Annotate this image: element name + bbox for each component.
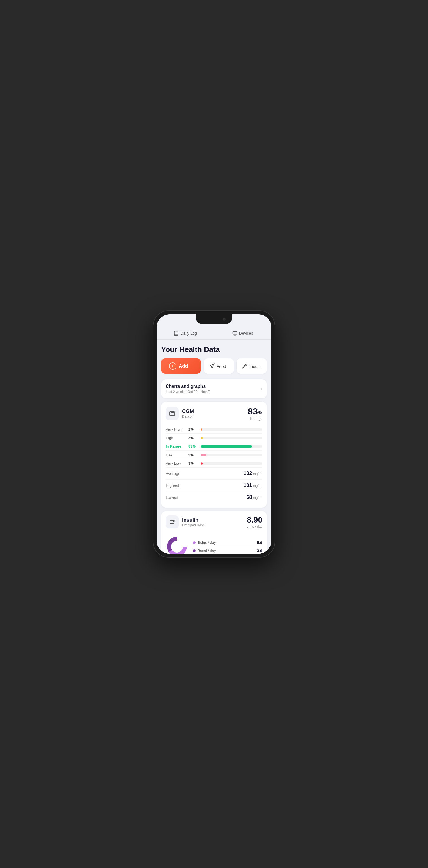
add-circle-icon: +: [169, 363, 176, 370]
add-button[interactable]: + Add: [161, 359, 201, 374]
svg-rect-0: [233, 331, 237, 334]
cgm-fill-verylow: [201, 462, 203, 465]
devices-icon: [232, 331, 237, 336]
cgm-stat-highest-value: 181: [244, 483, 252, 488]
cgm-stat-lowest-value-group: 68 mg/dL: [246, 494, 262, 500]
cgm-stat-highest-label: Highest: [166, 483, 179, 488]
cgm-stat-lowest: Lowest 68 mg/dL: [166, 491, 262, 503]
food-label: Food: [217, 364, 226, 369]
cgm-label-inrange: In Range: [166, 444, 186, 448]
cgm-stat-highest: Highest 181 mg/dL: [166, 479, 262, 491]
cgm-label-veryhigh: Very High: [166, 427, 186, 431]
cgm-value-group: 83% in range: [248, 406, 262, 421]
cgm-info: CGM Dexcom: [182, 408, 195, 418]
legend-basal: Basal / day 3.0: [193, 547, 262, 554]
insulin-chart-row: Bolus / day 5.9 Basal / day 3.0: [166, 533, 262, 554]
basal-dot: [193, 550, 196, 552]
bolus-dot: [193, 541, 196, 544]
donut-svg: [166, 535, 188, 554]
cgm-fill-low: [201, 454, 206, 456]
cgm-label-high: High: [166, 436, 186, 440]
cgm-stat-average-unit: mg/dL: [253, 472, 262, 476]
charts-title: Charts and graphs: [166, 384, 210, 389]
donut-legend: Bolus / day 5.9 Basal / day 3.0: [193, 539, 262, 554]
phone-screen: Daily Log Devices Your Health Data + Add: [157, 314, 271, 554]
legend-basal-left: Basal / day: [193, 549, 216, 553]
cgm-value: 83: [248, 406, 258, 416]
insulin-header-left: Insulin Omnipod Dash: [166, 516, 205, 528]
insulin-device-icon: [169, 519, 175, 525]
cgm-label-low: Low: [166, 453, 186, 457]
food-button[interactable]: Food: [204, 359, 234, 374]
nav-daily-log[interactable]: Daily Log: [157, 328, 214, 339]
cgm-header-left: CGM Dexcom: [166, 407, 195, 420]
nav-devices-label: Devices: [239, 331, 253, 336]
syringe-icon: [242, 363, 248, 369]
legend-bolus-left: Bolus / day: [193, 540, 216, 545]
cgm-source: Dexcom: [182, 414, 195, 418]
cgm-stat-average-value-group: 132 mg/dL: [244, 470, 262, 476]
basal-value: 3.0: [257, 549, 262, 553]
page-title: Your Health Data: [161, 345, 267, 354]
cgm-icon: [169, 410, 175, 417]
charts-text: Charts and graphs Last 2 weeks (Oct 20 -…: [166, 384, 210, 394]
camera: [223, 318, 226, 320]
cgm-stat-lowest-value: 68: [246, 494, 252, 500]
insulin-value: 8.90: [246, 516, 262, 525]
cgm-rows: Very High 2% High 3%: [166, 425, 262, 467]
cgm-row-inrange: In Range 83%: [166, 442, 262, 451]
screen-content: Daily Log Devices Your Health Data + Add: [157, 314, 271, 554]
insulin-card: Insulin Omnipod Dash 8.90 Units / day: [161, 511, 267, 554]
cgm-track-low: [201, 454, 262, 456]
book-icon: [173, 331, 179, 336]
charts-card[interactable]: Charts and graphs Last 2 weeks (Oct 20 -…: [161, 379, 267, 398]
cgm-stat-highest-unit: mg/dL: [253, 484, 262, 488]
cgm-value-display: 83%: [248, 406, 262, 417]
cgm-pct-veryhigh: 2%: [188, 427, 198, 431]
cgm-fill-inrange: [201, 445, 252, 447]
bolus-label: Bolus / day: [198, 540, 216, 545]
cgm-pct-verylow: 3%: [188, 461, 198, 465]
phone-frame: Daily Log Devices Your Health Data + Add: [153, 311, 275, 557]
cgm-card: CGM Dexcom 83% in range: [161, 402, 267, 507]
cgm-label-verylow: Very Low: [166, 461, 186, 465]
notch: [196, 314, 232, 324]
insulin-label: Insulin: [249, 364, 262, 369]
action-row: + Add Food Insulin: [161, 359, 267, 374]
cgm-pct-high: 3%: [188, 436, 198, 440]
bolus-value: 5.9: [257, 540, 262, 545]
top-nav: Daily Log Devices: [157, 326, 271, 340]
cgm-stat-lowest-unit: mg/dL: [253, 496, 262, 500]
main-content: Your Health Data + Add Food: [157, 340, 271, 554]
cgm-value-label: in range: [248, 417, 262, 421]
cgm-track-high: [201, 437, 262, 439]
svg-point-6: [173, 542, 181, 551]
insulin-name: Insulin: [182, 517, 205, 523]
food-icon: [209, 363, 215, 369]
cgm-name: CGM: [182, 408, 195, 414]
cgm-row-verylow: Very Low 3%: [166, 459, 262, 467]
insulin-value-label: Units / day: [246, 525, 262, 528]
chevron-right-icon: ›: [261, 386, 262, 392]
cgm-icon-circle: [166, 407, 179, 420]
cgm-fill-high: [201, 437, 203, 439]
cgm-stat-average: Average 132 mg/dL: [166, 467, 262, 479]
nav-devices[interactable]: Devices: [214, 328, 271, 339]
insulin-donut: [166, 535, 188, 554]
cgm-header: CGM Dexcom 83% in range: [166, 406, 262, 421]
cgm-track-verylow: [201, 462, 262, 465]
legend-bolus: Bolus / day 5.9: [193, 539, 262, 547]
cgm-pct-inrange: 83%: [188, 444, 198, 448]
cgm-stat-average-value: 132: [244, 470, 252, 476]
cgm-stat-lowest-label: Lowest: [166, 495, 178, 500]
cgm-fill-veryhigh: [201, 428, 202, 431]
nav-daily-log-label: Daily Log: [180, 331, 197, 336]
cgm-row-veryhigh: Very High 2%: [166, 425, 262, 434]
insulin-button[interactable]: Insulin: [237, 359, 267, 374]
insulin-icon-circle: [166, 516, 179, 528]
cgm-suffix: %: [258, 410, 262, 415]
cgm-stat-average-label: Average: [166, 471, 180, 476]
cgm-track-veryhigh: [201, 428, 262, 431]
cgm-row-low: Low 9%: [166, 451, 262, 459]
cgm-track-inrange: [201, 445, 262, 447]
